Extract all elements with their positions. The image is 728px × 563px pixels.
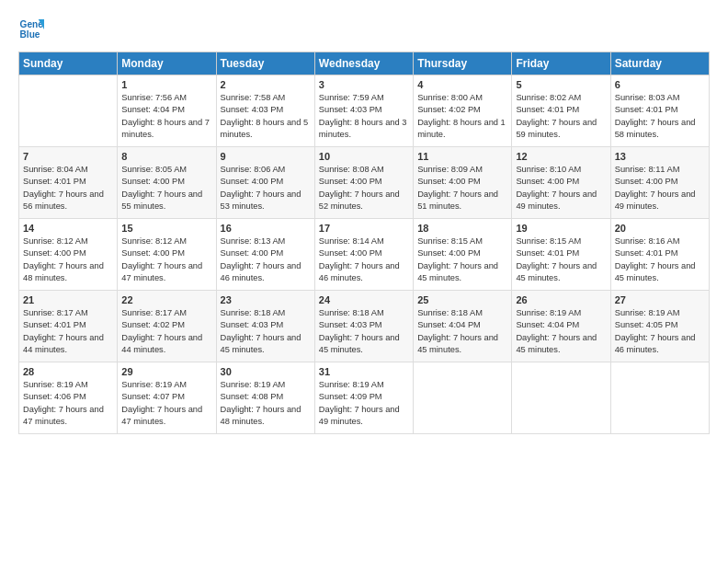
calendar-cell: 23Sunrise: 8:18 AMSunset: 4:03 PMDayligh… bbox=[216, 291, 314, 362]
day-number: 12 bbox=[516, 151, 606, 162]
cell-info: Sunrise: 7:56 AMSunset: 4:04 PMDaylight:… bbox=[121, 92, 211, 142]
day-number: 16 bbox=[221, 223, 311, 234]
calendar-cell: 14Sunrise: 8:12 AMSunset: 4:00 PMDayligh… bbox=[19, 219, 118, 291]
calendar-cell: 3Sunrise: 7:59 AMSunset: 4:03 PMDaylight… bbox=[314, 75, 413, 147]
day-number: 4 bbox=[417, 79, 507, 90]
cell-info: Sunrise: 8:19 AMSunset: 4:09 PMDaylight:… bbox=[319, 379, 409, 429]
day-number: 14 bbox=[23, 223, 113, 234]
calendar-cell: 1Sunrise: 7:56 AMSunset: 4:04 PMDaylight… bbox=[118, 75, 216, 147]
cell-info: Sunrise: 8:18 AMSunset: 4:03 PMDaylight:… bbox=[221, 307, 311, 357]
day-number: 18 bbox=[417, 223, 507, 234]
calendar-cell: 25Sunrise: 8:18 AMSunset: 4:04 PMDayligh… bbox=[414, 291, 512, 362]
cell-info: Sunrise: 8:13 AMSunset: 4:00 PMDaylight:… bbox=[221, 236, 311, 285]
calendar-cell: 6Sunrise: 8:03 AMSunset: 4:01 PMDaylight… bbox=[610, 75, 709, 147]
day-number: 1 bbox=[121, 79, 211, 90]
cell-info: Sunrise: 7:58 AMSunset: 4:03 PMDaylight:… bbox=[221, 92, 311, 142]
calendar-cell: 4Sunrise: 8:00 AMSunset: 4:02 PMDaylight… bbox=[414, 75, 512, 147]
calendar-cell: 9Sunrise: 8:06 AMSunset: 4:00 PMDaylight… bbox=[216, 147, 314, 219]
calendar-cell: 7Sunrise: 8:04 AMSunset: 4:01 PMDaylight… bbox=[19, 147, 118, 219]
page-container: General Blue SundayMondayTuesdayWednesda… bbox=[0, 0, 728, 443]
cell-info: Sunrise: 8:19 AMSunset: 4:07 PMDaylight:… bbox=[121, 379, 211, 429]
day-number: 27 bbox=[615, 294, 705, 305]
day-number: 11 bbox=[417, 151, 507, 162]
cell-info: Sunrise: 8:15 AMSunset: 4:00 PMDaylight:… bbox=[417, 236, 507, 285]
calendar-cell: 18Sunrise: 8:15 AMSunset: 4:00 PMDayligh… bbox=[414, 219, 512, 291]
day-header-monday: Monday bbox=[118, 52, 216, 75]
day-header-saturday: Saturday bbox=[610, 52, 709, 75]
day-number: 30 bbox=[221, 366, 311, 377]
week-row-2: 7Sunrise: 8:04 AMSunset: 4:01 PMDaylight… bbox=[19, 147, 710, 219]
calendar-cell: 11Sunrise: 8:09 AMSunset: 4:00 PMDayligh… bbox=[414, 147, 512, 219]
calendar-cell: 28Sunrise: 8:19 AMSunset: 4:06 PMDayligh… bbox=[19, 362, 118, 434]
calendar-cell: 29Sunrise: 8:19 AMSunset: 4:07 PMDayligh… bbox=[118, 362, 216, 434]
day-number: 10 bbox=[319, 151, 409, 162]
calendar-cell: 17Sunrise: 8:14 AMSunset: 4:00 PMDayligh… bbox=[314, 219, 413, 291]
calendar-cell: 10Sunrise: 8:08 AMSunset: 4:00 PMDayligh… bbox=[314, 147, 413, 219]
week-row-1: 1Sunrise: 7:56 AMSunset: 4:04 PMDaylight… bbox=[19, 75, 710, 147]
cell-info: Sunrise: 8:08 AMSunset: 4:00 PMDaylight:… bbox=[319, 164, 409, 213]
day-number: 31 bbox=[319, 366, 409, 377]
week-row-3: 14Sunrise: 8:12 AMSunset: 4:00 PMDayligh… bbox=[19, 219, 710, 291]
calendar-cell: 24Sunrise: 8:18 AMSunset: 4:03 PMDayligh… bbox=[314, 291, 413, 362]
day-number: 3 bbox=[319, 79, 409, 90]
day-number: 24 bbox=[319, 294, 409, 305]
day-number: 20 bbox=[615, 223, 705, 234]
calendar-cell: 8Sunrise: 8:05 AMSunset: 4:00 PMDaylight… bbox=[118, 147, 216, 219]
day-number: 21 bbox=[23, 294, 113, 305]
day-header-wednesday: Wednesday bbox=[314, 52, 413, 75]
calendar-cell bbox=[414, 362, 512, 434]
day-number: 22 bbox=[121, 294, 211, 305]
day-header-friday: Friday bbox=[512, 52, 610, 75]
cell-info: Sunrise: 8:19 AMSunset: 4:06 PMDaylight:… bbox=[23, 379, 113, 429]
day-number: 28 bbox=[23, 366, 113, 377]
cell-info: Sunrise: 8:03 AMSunset: 4:01 PMDaylight:… bbox=[615, 92, 705, 142]
cell-info: Sunrise: 8:09 AMSunset: 4:00 PMDaylight:… bbox=[417, 164, 507, 213]
calendar-table: SundayMondayTuesdayWednesdayThursdayFrid… bbox=[18, 52, 710, 434]
calendar-cell bbox=[610, 362, 709, 434]
day-number: 15 bbox=[121, 223, 211, 234]
day-number: 26 bbox=[516, 294, 606, 305]
day-number: 2 bbox=[221, 79, 311, 90]
day-number: 13 bbox=[615, 151, 705, 162]
cell-info: Sunrise: 8:12 AMSunset: 4:00 PMDaylight:… bbox=[121, 236, 211, 285]
calendar-cell: 16Sunrise: 8:13 AMSunset: 4:00 PMDayligh… bbox=[216, 219, 314, 291]
cell-info: Sunrise: 8:16 AMSunset: 4:01 PMDaylight:… bbox=[615, 236, 705, 285]
logo: General Blue bbox=[18, 17, 48, 42]
day-header-thursday: Thursday bbox=[414, 52, 512, 75]
week-row-4: 21Sunrise: 8:17 AMSunset: 4:01 PMDayligh… bbox=[19, 291, 710, 362]
day-number: 5 bbox=[516, 79, 606, 90]
cell-info: Sunrise: 8:17 AMSunset: 4:01 PMDaylight:… bbox=[23, 307, 113, 357]
cell-info: Sunrise: 8:19 AMSunset: 4:04 PMDaylight:… bbox=[516, 307, 606, 357]
calendar-cell: 22Sunrise: 8:17 AMSunset: 4:02 PMDayligh… bbox=[118, 291, 216, 362]
calendar-cell: 21Sunrise: 8:17 AMSunset: 4:01 PMDayligh… bbox=[19, 291, 118, 362]
day-number: 17 bbox=[319, 223, 409, 234]
calendar-cell bbox=[19, 75, 118, 147]
cell-info: Sunrise: 7:59 AMSunset: 4:03 PMDaylight:… bbox=[319, 92, 409, 142]
cell-info: Sunrise: 8:15 AMSunset: 4:01 PMDaylight:… bbox=[516, 236, 606, 285]
calendar-cell: 15Sunrise: 8:12 AMSunset: 4:00 PMDayligh… bbox=[118, 219, 216, 291]
calendar-cell: 30Sunrise: 8:19 AMSunset: 4:08 PMDayligh… bbox=[216, 362, 314, 434]
day-number: 23 bbox=[221, 294, 311, 305]
cell-info: Sunrise: 8:00 AMSunset: 4:02 PMDaylight:… bbox=[417, 92, 507, 142]
cell-info: Sunrise: 8:11 AMSunset: 4:00 PMDaylight:… bbox=[615, 164, 705, 213]
cell-info: Sunrise: 8:02 AMSunset: 4:01 PMDaylight:… bbox=[516, 92, 606, 142]
calendar-cell: 12Sunrise: 8:10 AMSunset: 4:00 PMDayligh… bbox=[512, 147, 610, 219]
calendar-cell: 27Sunrise: 8:19 AMSunset: 4:05 PMDayligh… bbox=[610, 291, 709, 362]
cell-info: Sunrise: 8:18 AMSunset: 4:03 PMDaylight:… bbox=[319, 307, 409, 357]
header-row-days: SundayMondayTuesdayWednesdayThursdayFrid… bbox=[19, 52, 710, 75]
day-number: 29 bbox=[121, 366, 211, 377]
calendar-cell: 13Sunrise: 8:11 AMSunset: 4:00 PMDayligh… bbox=[610, 147, 709, 219]
day-number: 25 bbox=[417, 294, 507, 305]
day-number: 19 bbox=[516, 223, 606, 234]
cell-info: Sunrise: 8:04 AMSunset: 4:01 PMDaylight:… bbox=[23, 164, 113, 213]
day-number: 7 bbox=[23, 151, 113, 162]
header-row: General Blue bbox=[18, 17, 710, 42]
day-number: 8 bbox=[121, 151, 211, 162]
day-number: 9 bbox=[221, 151, 311, 162]
calendar-cell: 19Sunrise: 8:15 AMSunset: 4:01 PMDayligh… bbox=[512, 219, 610, 291]
calendar-cell: 2Sunrise: 7:58 AMSunset: 4:03 PMDaylight… bbox=[216, 75, 314, 147]
day-number: 6 bbox=[615, 79, 705, 90]
day-header-tuesday: Tuesday bbox=[216, 52, 314, 75]
cell-info: Sunrise: 8:12 AMSunset: 4:00 PMDaylight:… bbox=[23, 236, 113, 285]
cell-info: Sunrise: 8:19 AMSunset: 4:05 PMDaylight:… bbox=[615, 307, 705, 357]
